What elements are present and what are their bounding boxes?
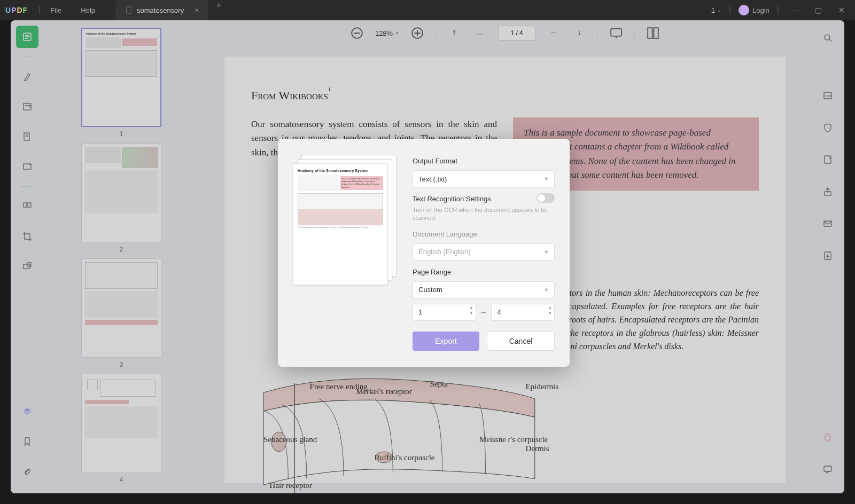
ocr-hint: Turn on the OCR when the document appear… xyxy=(413,206,555,223)
document-tab[interactable]: somatosensory × xyxy=(115,0,208,20)
output-format-label: Output Format xyxy=(413,157,555,165)
new-tab-button[interactable]: + xyxy=(209,0,228,20)
ocr-label: Text Recognition Settings xyxy=(413,195,491,203)
app-logo: UPDF xyxy=(5,6,28,14)
language-label: Document Language xyxy=(413,230,555,238)
ocr-toggle[interactable] xyxy=(537,193,555,203)
maximize-button[interactable]: ▢ xyxy=(810,6,826,14)
close-window-button[interactable]: ✕ xyxy=(834,6,850,14)
close-tab-icon[interactable]: × xyxy=(195,6,199,14)
range-dash: – xyxy=(481,308,486,317)
menu-help[interactable]: Help xyxy=(81,6,95,14)
titlebar: UPDF | File Help somatosensory × + 1 ⌄ |… xyxy=(0,0,855,20)
spinner-down-icon[interactable]: ▼ xyxy=(548,311,552,315)
export-preview: Anatomy of the Somatosensory System This… xyxy=(293,155,400,351)
language-select: English (English)▼ xyxy=(413,243,555,261)
range-select[interactable]: Custom▼ xyxy=(413,281,555,298)
svg-rect-0 xyxy=(127,7,131,13)
spinner-up-icon[interactable]: ▲ xyxy=(548,305,552,309)
export-dialog: Anatomy of the Somatosensory System This… xyxy=(278,139,570,367)
cancel-button[interactable]: Cancel xyxy=(487,332,555,351)
login-button[interactable]: Login xyxy=(739,5,770,15)
tab-label: somatosensory xyxy=(137,6,184,14)
export-button[interactable]: Export xyxy=(413,332,479,351)
output-format-select[interactable]: Text (.txt)▼ xyxy=(413,170,555,187)
range-to-input[interactable]: 4▲▼ xyxy=(491,304,555,321)
range-from-input[interactable]: 1▲▼ xyxy=(413,304,476,321)
tab-count[interactable]: 1 ⌄ xyxy=(711,6,721,14)
menu-file[interactable]: File xyxy=(50,6,61,14)
doc-icon xyxy=(125,6,133,14)
minimize-button[interactable]: — xyxy=(787,6,803,14)
spinner-down-icon[interactable]: ▼ xyxy=(470,311,473,315)
avatar-icon xyxy=(739,5,749,15)
range-label: Page Range xyxy=(413,268,555,276)
spinner-up-icon[interactable]: ▲ xyxy=(470,305,473,309)
export-form: Output Format Text (.txt)▼ Text Recognit… xyxy=(413,155,555,351)
